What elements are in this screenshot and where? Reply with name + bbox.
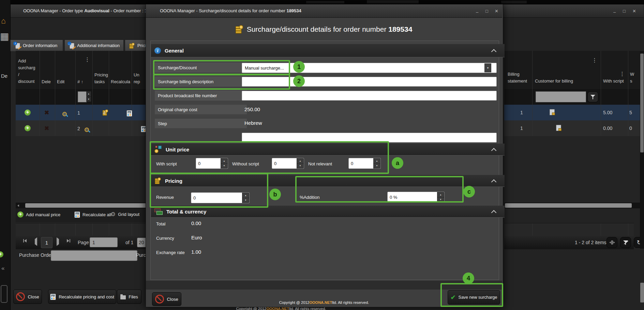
surcharge-billing-description-input[interactable] [242, 77, 497, 87]
maximize-icon[interactable]: □ [623, 9, 626, 13]
table-row[interactable] [504, 105, 640, 120]
recalculate-row-icon[interactable] [126, 110, 132, 117]
billing-statement-icon[interactable] [556, 125, 561, 131]
chevron-up-icon[interactable] [491, 179, 497, 185]
column-header-customer-for-billing[interactable]: Customer for billing [535, 78, 573, 84]
column-header-billing[interactable]: Billing [508, 72, 520, 77]
chevron-up-icon[interactable] [491, 148, 497, 153]
surcharge-modal: OOONA Manager - Surcharge/discount detai… [146, 4, 503, 307]
column-header-pricing-tasks[interactable]: Pricing [94, 72, 108, 77]
column-header-add-surcharge[interactable]: Addsurcharg/discount [18, 58, 35, 85]
prev-page-button[interactable] [35, 239, 37, 244]
grid-line [132, 51, 132, 136]
current-page-button[interactable]: 1 [41, 237, 53, 248]
column-header-edit[interactable]: Edit [57, 79, 64, 84]
h-scrollbar[interactable] [504, 203, 640, 208]
table-row[interactable] [16, 120, 146, 136]
section-general[interactable]: i General [151, 44, 505, 57]
add-surcharge-button[interactable]: + [25, 125, 31, 131]
step-description-input[interactable] [242, 133, 497, 143]
billing-grid-body [504, 136, 640, 203]
column-menu-icon[interactable]: ⋮ [85, 57, 90, 62]
top-artifact [501, 1, 527, 3]
clear-filter-button[interactable] [620, 237, 631, 248]
maximize-icon[interactable]: □ [485, 9, 488, 13]
money-icon [154, 208, 163, 215]
section-pricing[interactable]: Pricing [151, 175, 505, 187]
add-surcharge-button[interactable]: + [25, 109, 31, 116]
close-icon[interactable]: ✕ [632, 9, 636, 13]
column-menu-icon[interactable]: ⋮ [592, 58, 597, 63]
number-filter-input[interactable] [78, 91, 87, 102]
chevron-up-icon[interactable] [491, 210, 497, 216]
info-icon: i [154, 47, 161, 54]
filter-button[interactable] [587, 91, 598, 102]
column-menu-icon[interactable]: ⋮ [619, 71, 625, 77]
with-script-label: With script [156, 161, 177, 166]
section-total-currency[interactable]: Total & currency [151, 206, 505, 218]
collapse-icon[interactable]: « [1, 265, 4, 272]
rail-frame-icon[interactable] [1, 285, 8, 303]
resize-columns-button[interactable] [606, 237, 617, 248]
rail-add-icon[interactable]: + [0, 251, 3, 257]
minimize-icon[interactable]: – [613, 10, 616, 14]
add-manual-price-button[interactable]: + Add manual price [17, 211, 60, 218]
section-unit-price[interactable]: Unit price [151, 144, 505, 156]
minimize-icon[interactable]: – [476, 10, 478, 14]
column-header-partial[interactable]: W [630, 72, 634, 77]
h-scrollbar-thumb[interactable] [505, 203, 632, 208]
column-header-with-script[interactable]: With script [603, 78, 624, 84]
grid-layout-button[interactable]: ⚙ Grid layout [110, 211, 139, 217]
section-total-title: Total & currency [166, 209, 206, 215]
recalculate-all-button[interactable]: Recalculate all [74, 211, 111, 218]
first-page-button[interactable] [23, 239, 27, 242]
h-scrollbar-thumb[interactable] [25, 203, 146, 208]
delete-icon[interactable]: ✖ [44, 110, 49, 116]
delete-icon[interactable]: ✖ [44, 126, 49, 131]
column-header-delete[interactable]: Dele [42, 79, 51, 84]
v-scrollbar[interactable] [640, 51, 644, 249]
purchase-order-input[interactable] [51, 250, 137, 261]
currency-label: Currency [156, 236, 174, 241]
files-button[interactable]: Files [117, 290, 141, 304]
h-scrollbar[interactable] [16, 203, 146, 208]
home-icon[interactable]: ⌂ [1, 16, 6, 26]
billing-statement-icon[interactable] [550, 109, 555, 115]
column-header-rep[interactable]: rep [134, 79, 140, 84]
page-input[interactable]: 1 [90, 237, 118, 247]
surcharge-discount-combobox[interactable]: Manual surcharge... [242, 63, 497, 73]
close-icon[interactable]: ✕ [495, 9, 498, 13]
addition-percent-stepper[interactable]: 0 %▲▼ [387, 192, 445, 203]
table-row[interactable] [504, 120, 640, 136]
revenue-stepper[interactable]: 0▲▼ [191, 192, 250, 203]
billing-count: 1 [520, 110, 523, 115]
grid-panel-icon[interactable]: ▦ [0, 31, 9, 42]
column-header-recalculate[interactable]: Recalcula [111, 79, 131, 84]
column-header-un[interactable]: Un [134, 72, 139, 77]
with-script-stepper[interactable]: 0▲▼ [196, 158, 228, 169]
without-script-stepper[interactable]: 0▲▼ [272, 158, 304, 169]
close-order-button[interactable]: Close [13, 290, 42, 304]
edit-search-icon[interactable] [84, 127, 90, 133]
tab-additional-information[interactable]: … Additional information [64, 40, 124, 51]
not-relevant-stepper[interactable]: 0▲▼ [348, 158, 381, 169]
customer-filter-input[interactable] [536, 91, 586, 102]
recalculate-pricing-cost-button[interactable]: Recalculate pricing and cost [48, 290, 116, 304]
column-header-partial2[interactable]: s [630, 78, 632, 84]
product-broadcast-file-input[interactable] [242, 91, 497, 101]
grid-line [40, 51, 40, 136]
v-scrollbar-thumb[interactable] [640, 283, 644, 302]
chevron-down-icon[interactable]: ▼ [484, 63, 491, 72]
v-scrollbar-thumb[interactable] [640, 54, 644, 152]
chevron-up-icon[interactable] [491, 49, 497, 55]
number-filter-stepper[interactable]: ▲ ▼ [86, 91, 91, 102]
column-header-pricing-tasks2[interactable]: tasks [94, 79, 105, 84]
last-page-button[interactable] [67, 239, 70, 242]
edit-search-icon[interactable] [62, 112, 68, 117]
modal-titlebar: OOONA Manager - Surcharge/discount detai… [146, 4, 502, 18]
column-header-number[interactable]: # ↑ [77, 79, 83, 84]
revenue-label: Revenue [156, 195, 174, 200]
next-page-button[interactable] [57, 239, 59, 244]
column-header-statement[interactable]: statement [508, 78, 527, 84]
tab-order-information[interactable]: i Order information [10, 40, 63, 51]
